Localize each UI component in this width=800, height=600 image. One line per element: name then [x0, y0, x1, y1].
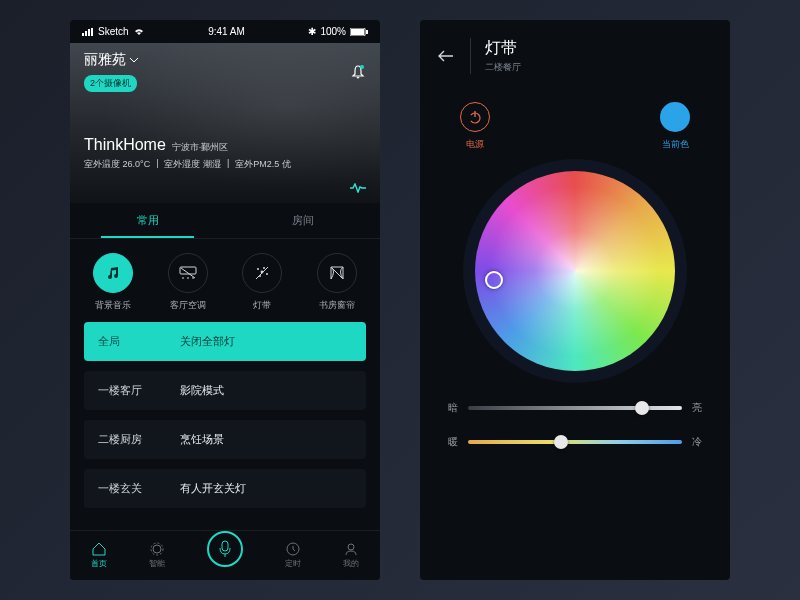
- nav-me[interactable]: 我的: [343, 542, 359, 569]
- ac-icon: [168, 253, 208, 293]
- scene-row[interactable]: 全局 关闭全部灯: [84, 322, 366, 361]
- scene-mode: 有人开玄关灯: [180, 481, 246, 496]
- svg-rect-0: [82, 33, 84, 36]
- bell-icon[interactable]: [350, 64, 366, 80]
- clock-icon: [286, 542, 300, 556]
- scene-mode: 烹饪场景: [180, 432, 224, 447]
- bluetooth-icon: ✱: [308, 26, 316, 37]
- brand-label: ThinkHome: [84, 136, 166, 154]
- scene-mode: 影院模式: [180, 383, 224, 398]
- scene-row[interactable]: 一楼客厅 影院模式: [84, 371, 366, 410]
- nav-label: 智能: [149, 558, 165, 569]
- humidity-label: 室外湿度: [164, 159, 200, 169]
- quick-label: 背景音乐: [95, 299, 131, 312]
- svg-line-9: [181, 268, 195, 278]
- power-icon: [460, 102, 490, 132]
- smart-icon: [150, 542, 164, 556]
- svg-point-10: [257, 268, 259, 270]
- svg-rect-3: [91, 28, 93, 36]
- curtain-icon: [317, 253, 357, 293]
- clock-label: 9:41 AM: [208, 26, 245, 37]
- svg-rect-19: [222, 541, 228, 551]
- svg-point-17: [153, 545, 161, 553]
- svg-point-7: [360, 65, 364, 69]
- brightness-track[interactable]: [468, 406, 682, 410]
- temp-warm-label: 暖: [448, 435, 458, 449]
- color-wheel-area: [420, 161, 730, 391]
- detail-top-controls: 电源 当前色: [420, 84, 730, 161]
- scene-room: 一楼玄关: [98, 481, 150, 496]
- signal-icon: [82, 28, 94, 36]
- nav-timer[interactable]: 定时: [285, 542, 301, 569]
- current-color[interactable]: 当前色: [660, 102, 690, 151]
- color-label: 当前色: [662, 138, 689, 151]
- home-selector[interactable]: 丽雅苑: [84, 51, 138, 69]
- scene-row[interactable]: 二楼厨房 烹饪场景: [84, 420, 366, 459]
- battery-icon: [350, 28, 368, 36]
- bottom-nav: 首页 智能 定时 我的: [70, 530, 380, 580]
- nav-voice[interactable]: [207, 531, 243, 567]
- battery-label: 100%: [320, 26, 346, 37]
- svg-point-12: [266, 273, 268, 275]
- arrow-left-icon: [438, 50, 454, 62]
- temp-label: 室外温度: [84, 159, 120, 169]
- brightness-thumb[interactable]: [635, 401, 649, 415]
- view-tabs: 常用 房间: [70, 203, 380, 239]
- mic-icon: [218, 540, 232, 558]
- environment-row: 室外温度 26.0°C | 室外湿度 潮湿 | 室外PM2.5 优: [84, 158, 366, 171]
- humidity-value: 潮湿: [203, 159, 221, 169]
- activity-icon[interactable]: [350, 183, 366, 193]
- temperature-track[interactable]: [468, 440, 682, 444]
- svg-rect-2: [88, 29, 90, 36]
- quick-label: 客厅空调: [170, 299, 206, 312]
- chevron-down-icon: [130, 58, 138, 63]
- svg-point-11: [263, 267, 265, 269]
- temp-cool-label: 冷: [692, 435, 702, 449]
- power-label: 电源: [466, 138, 484, 151]
- music-icon: [93, 253, 133, 293]
- svg-rect-5: [351, 29, 364, 35]
- brightness-slider[interactable]: 暗 亮: [448, 401, 702, 415]
- nav-label: 首页: [91, 558, 107, 569]
- wifi-icon: [133, 27, 145, 36]
- home-icon: [91, 542, 107, 556]
- tab-common[interactable]: 常用: [70, 203, 225, 238]
- scene-room: 一楼客厅: [98, 383, 150, 398]
- quick-lightstrip[interactable]: 灯带: [242, 253, 282, 312]
- temperature-slider[interactable]: 暖 冷: [448, 435, 702, 449]
- back-button[interactable]: [436, 46, 456, 66]
- scene-room: 二楼厨房: [98, 432, 150, 447]
- brightness-min-label: 暗: [448, 401, 458, 415]
- brand-row: ThinkHome 宁波市·鄞州区: [84, 136, 366, 154]
- pm-value: 优: [282, 159, 291, 169]
- sliders: 暗 亮 暖 冷: [420, 391, 730, 459]
- svg-point-21: [348, 544, 354, 550]
- quick-ac[interactable]: 客厅空调: [168, 253, 208, 312]
- nav-smart[interactable]: 智能: [149, 542, 165, 569]
- tab-rooms[interactable]: 房间: [225, 203, 380, 238]
- quick-label: 书房窗帘: [319, 299, 355, 312]
- camera-badge[interactable]: 2个摄像机: [84, 75, 137, 92]
- quick-curtain[interactable]: 书房窗帘: [317, 253, 357, 312]
- scene-row[interactable]: 一楼玄关 有人开玄关灯: [84, 469, 366, 508]
- color-wheel[interactable]: [475, 171, 675, 371]
- detail-subtitle: 二楼餐厅: [485, 61, 521, 74]
- hero-banner: 丽雅苑 2个摄像机 ThinkHome 宁波市·鄞州区 室外温度 26.0°C …: [70, 43, 380, 203]
- home-name-label: 丽雅苑: [84, 51, 126, 69]
- location-label: 宁波市·鄞州区: [172, 141, 229, 154]
- nav-label: 定时: [285, 558, 301, 569]
- light-detail-screen: 灯带 二楼餐厅 电源 当前色 暗 亮 暖: [420, 20, 730, 580]
- color-picker-handle[interactable]: [485, 271, 503, 289]
- pm-label: 室外PM2.5: [235, 159, 279, 169]
- temperature-thumb[interactable]: [554, 435, 568, 449]
- color-swatch: [660, 102, 690, 132]
- svg-rect-1: [85, 31, 87, 36]
- scene-list: 全局 关闭全部灯 一楼客厅 影院模式 二楼厨房 烹饪场景 一楼玄关 有人开玄关灯: [70, 322, 380, 508]
- quick-music[interactable]: 背景音乐: [93, 253, 133, 312]
- quick-actions: 背景音乐 客厅空调 灯带 书房窗帘: [70, 239, 380, 322]
- power-toggle[interactable]: 电源: [460, 102, 490, 151]
- temp-value: 26.0°C: [123, 159, 151, 169]
- nav-home[interactable]: 首页: [91, 542, 107, 569]
- scene-room: 全局: [98, 334, 150, 349]
- quick-label: 灯带: [253, 299, 271, 312]
